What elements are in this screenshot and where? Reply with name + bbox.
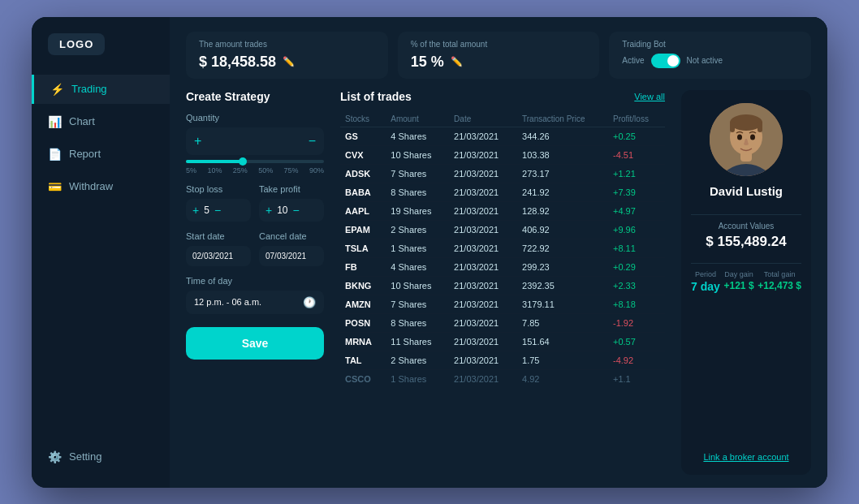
cell-profit: -4.51 [608, 145, 665, 164]
cancel-date-col: Cancel date [259, 231, 324, 266]
setting-icon: ⚙️ [48, 450, 61, 463]
bot-label: Traiding Bot [622, 40, 798, 49]
table-row: BKNG 10 Shares 21/03/2021 2392.35 +2.33 [340, 276, 665, 295]
time-label: Time of day [186, 276, 324, 286]
slider-label-75: 75% [284, 166, 299, 174]
time-input[interactable]: 12 p.m. - 06 a.m. 🕐 [186, 291, 324, 314]
table-row: GS 4 Shares 21/03/2021 344.26 +0.25 [340, 127, 665, 145]
sidebar-item-withdraw[interactable]: 💳 Withdraw [32, 172, 170, 201]
strategy-panel: Create Strategy Quantity + − 5% 10% 25% [186, 90, 324, 475]
cell-amount: 2 Shares [386, 351, 449, 369]
time-value: 12 p.m. - 06 a.m. [194, 297, 261, 307]
svg-point-8 [750, 134, 755, 140]
quantity-slider-track[interactable] [186, 160, 324, 163]
cell-date: 21/03/2021 [449, 295, 517, 313]
quantity-decrease-button[interactable]: − [309, 134, 316, 149]
trades-title: List of trades [340, 90, 412, 103]
table-row: CVX 10 Shares 21/03/2021 103.38 -4.51 [340, 145, 665, 164]
cell-ticker: BABA [340, 183, 386, 201]
table-row: POSN 8 Shares 21/03/2021 7.85 -1.92 [340, 313, 665, 332]
cell-profit: +8.11 [608, 239, 665, 257]
quantity-increase-button[interactable]: + [194, 134, 201, 149]
take-profit-increase-button[interactable]: + [265, 204, 272, 217]
chart-icon: 📊 [48, 115, 61, 128]
period-col: Period 7 day [691, 270, 720, 293]
bot-active-label: Active [622, 56, 644, 65]
account-value: $ 155,489.24 [706, 234, 786, 250]
view-all-link[interactable]: View all [634, 92, 665, 101]
stat-card-percent: % of the total amount 15 % ✏️ [398, 32, 600, 79]
cell-date: 21/03/2021 [449, 220, 517, 239]
edit-amount-icon[interactable]: ✏️ [283, 56, 295, 67]
main-content: The amount trades $ 18,458.58 ✏️ % of th… [170, 17, 827, 488]
sidebar-item-chart[interactable]: 📊 Chart [32, 107, 170, 136]
col-amount: Amount [386, 111, 449, 127]
cell-price: 151.64 [517, 332, 608, 351]
trades-table-container: Stocks Amount Date Transaction Price Pro… [340, 111, 665, 475]
cell-date: 21/03/2021 [449, 145, 517, 164]
trades-table: Stocks Amount Date Transaction Price Pro… [340, 111, 665, 388]
take-profit-value: 10 [277, 205, 287, 216]
cell-amount: 1 Shares [386, 239, 449, 257]
cell-amount: 11 Shares [386, 332, 449, 351]
table-row: TAL 2 Shares 21/03/2021 1.75 -4.92 [340, 351, 665, 369]
edit-percent-icon[interactable]: ✏️ [451, 56, 463, 67]
period-label: Period [695, 270, 716, 278]
take-profit-decrease-button[interactable]: − [293, 204, 300, 217]
amount-label: The amount trades [199, 40, 375, 49]
cell-ticker: AAPL [340, 201, 386, 220]
take-profit-col: Take profit + 10 − [259, 184, 324, 222]
sidebar-item-trading[interactable]: ⚡ Trading [32, 75, 170, 104]
day-gain-label: Day gain [724, 270, 753, 278]
cell-amount: 1 Shares [386, 369, 449, 388]
bot-toggle[interactable] [651, 54, 680, 68]
cell-ticker: EPAM [340, 220, 386, 239]
cell-ticker: GS [340, 127, 386, 145]
col-price: Transaction Price [517, 111, 608, 127]
cell-date: 21/03/2021 [449, 369, 517, 388]
quantity-input: + − [186, 127, 324, 155]
slider-label-5: 5% [186, 166, 196, 174]
sidebar-item-report[interactable]: 📄 Report [32, 140, 170, 169]
link-broker-link[interactable]: Link a broker account [703, 452, 788, 462]
start-date-input[interactable] [186, 246, 251, 266]
table-row: ADSK 7 Shares 21/03/2021 273.17 +1.21 [340, 164, 665, 183]
table-row: BABA 8 Shares 21/03/2021 241.92 +7.39 [340, 183, 665, 201]
cancel-date-input[interactable] [259, 246, 324, 266]
cell-ticker: AMZN [340, 295, 386, 313]
cell-date: 21/03/2021 [449, 127, 517, 145]
table-row: MRNA 11 Shares 21/03/2021 151.64 +0.57 [340, 332, 665, 351]
cell-ticker: MRNA [340, 332, 386, 351]
stop-loss-increase-button[interactable]: + [192, 204, 199, 217]
slider-fill [186, 160, 241, 163]
cell-price: 2392.35 [517, 276, 608, 295]
trades-header: List of trades View all [340, 90, 665, 103]
cell-price: 4.92 [517, 369, 608, 388]
percent-value: 15 % ✏️ [411, 54, 587, 71]
stat-card-bot: Traiding Bot Active Not active [609, 32, 811, 79]
cell-amount: 10 Shares [386, 276, 449, 295]
slider-label-50: 50% [258, 166, 273, 174]
logo: LOGO [48, 33, 105, 55]
cell-date: 21/03/2021 [449, 239, 517, 257]
account-label: Account Values [719, 222, 775, 230]
cell-profit: +0.25 [608, 127, 665, 145]
cell-amount: 10 Shares [386, 145, 449, 164]
save-button[interactable]: Save [186, 327, 324, 360]
cell-profit: +7.39 [608, 183, 665, 201]
trading-icon: ⚡ [50, 83, 63, 96]
table-row: FB 4 Shares 21/03/2021 299.23 +0.29 [340, 257, 665, 276]
table-row: TSLA 1 Shares 21/03/2021 722.92 +8.11 [340, 239, 665, 257]
stop-loss-decrease-button[interactable]: − [214, 204, 221, 217]
cell-amount: 2 Shares [386, 220, 449, 239]
sidebar-item-setting[interactable]: ⚙️ Setting [48, 450, 153, 463]
cell-profit: -4.92 [608, 351, 665, 369]
cell-amount: 8 Shares [386, 183, 449, 201]
total-gain-col: Total gain +12,473 $ [758, 270, 801, 293]
cell-date: 21/03/2021 [449, 276, 517, 295]
quantity-label: Quantity [186, 113, 324, 123]
table-row: EPAM 2 Shares 21/03/2021 406.92 +9.96 [340, 220, 665, 239]
slider-thumb [239, 157, 247, 166]
date-row: Start date Cancel date [186, 231, 324, 266]
withdraw-icon: 💳 [48, 180, 61, 193]
